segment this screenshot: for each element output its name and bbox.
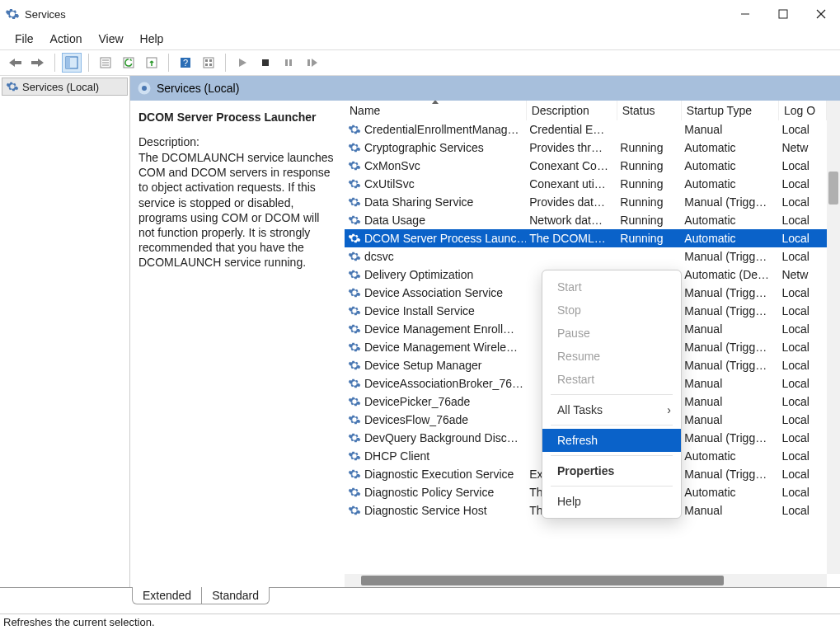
ctx-stop: Stop <box>542 299 681 322</box>
description-label: Description: <box>138 135 336 148</box>
table-row[interactable]: CxMonSvcConexant Co…RunningAutomaticLoca… <box>345 157 827 175</box>
cell-name: Data Sharing Service <box>364 195 473 209</box>
cell-logon: Local <box>778 411 826 429</box>
tree-item-label: Services (Local) <box>22 81 99 93</box>
cell-startup: Manual (Trigg… <box>681 356 778 374</box>
export-button[interactable] <box>142 53 162 73</box>
cell-name: Diagnostic Execution Service <box>364 468 514 481</box>
menu-help[interactable]: Help <box>132 30 172 48</box>
cell-status: Running <box>617 211 681 229</box>
gear-icon <box>348 268 361 281</box>
tab-standard[interactable]: Standard <box>201 587 270 604</box>
properties-button[interactable] <box>96 53 115 73</box>
gear-icon <box>348 195 361 209</box>
context-menu: Start Stop Pause Resume Restart All Task… <box>542 270 682 519</box>
tree-item-services-local[interactable]: Services (Local) <box>2 78 128 96</box>
cell-startup: Automatic (De… <box>681 266 778 284</box>
cell-startup: Automatic <box>681 139 778 157</box>
table-row[interactable]: Data UsageNetwork dat…RunningAutomaticLo… <box>345 211 827 229</box>
description-text: The DCOMLAUNCH service launches COM and … <box>138 150 336 270</box>
ctx-properties[interactable]: Properties <box>542 459 681 482</box>
cell-logon: Local <box>778 175 826 193</box>
cell-name: DCOM Server Process Launc… <box>364 232 526 245</box>
ctx-help[interactable]: Help <box>542 490 681 513</box>
gear-icon <box>348 304 361 317</box>
gear-icon <box>348 341 361 354</box>
cell-name: Device Management Enroll… <box>364 322 514 336</box>
cell-name: DevQuery Background Disc… <box>364 431 519 444</box>
refresh-button[interactable] <box>119 53 138 73</box>
pause-button[interactable] <box>279 53 298 73</box>
cell-startup: Automatic <box>681 211 778 229</box>
cell-logon: Local <box>778 429 826 447</box>
menu-file[interactable]: File <box>7 30 42 48</box>
cell-startup: Manual (Trigg… <box>681 284 778 302</box>
gear-icon <box>348 486 361 499</box>
cell-startup: Manual (Trigg… <box>681 465 778 483</box>
forward-button[interactable] <box>28 53 48 73</box>
svg-rect-17 <box>205 63 208 66</box>
cell-status: Running <box>617 139 681 157</box>
svg-rect-16 <box>209 59 212 62</box>
menu-view[interactable]: View <box>90 30 131 48</box>
cell-logon: Local <box>778 356 826 374</box>
gear-icon <box>348 214 361 227</box>
minimize-button[interactable] <box>726 0 764 28</box>
show-hide-tree-button[interactable] <box>62 53 82 73</box>
close-button[interactable] <box>802 0 840 28</box>
start-button[interactable] <box>232 53 252 73</box>
cell-startup: Automatic <box>681 483 778 501</box>
cell-name: Device Management Wirele… <box>364 341 518 354</box>
svg-rect-14 <box>204 58 214 68</box>
cell-status: Running <box>617 229 681 247</box>
col-status[interactable]: Status <box>617 101 681 120</box>
col-logon[interactable]: Log O <box>778 101 826 120</box>
table-row[interactable]: CredentialEnrollmentManag…Credential E…M… <box>345 120 827 139</box>
table-row[interactable]: dcsvcManual (Trigg…Local <box>345 247 827 266</box>
col-startup[interactable]: Startup Type <box>681 101 778 120</box>
cell-logon: Local <box>778 465 826 483</box>
cell-name: Delivery Optimization <box>364 268 473 281</box>
table-row[interactable]: Data Sharing ServiceProvides dat…Running… <box>345 193 827 211</box>
gear-icon <box>348 468 361 481</box>
cell-logon: Local <box>778 374 826 393</box>
table-row[interactable]: DCOM Server Process Launc…The DCOML…Runn… <box>345 229 827 247</box>
cell-status: Running <box>617 175 681 193</box>
tab-extended[interactable]: Extended <box>132 587 202 604</box>
back-button[interactable] <box>5 53 25 73</box>
horizontal-scrollbar[interactable] <box>345 574 827 587</box>
table-row[interactable]: Cryptographic ServicesProvides thr…Runni… <box>345 139 827 157</box>
ctx-refresh[interactable]: Refresh <box>542 429 681 452</box>
pane-title: Services (Local) <box>157 82 239 95</box>
col-description[interactable]: Description <box>526 101 617 120</box>
cell-logon: Local <box>778 302 826 320</box>
stop-button[interactable] <box>256 53 275 73</box>
table-row[interactable]: CxUtilSvcConexant uti…RunningAutomaticLo… <box>345 175 827 193</box>
gear-icon <box>348 232 361 245</box>
cell-startup: Manual (Trigg… <box>681 247 778 266</box>
cell-logon: Netw <box>778 139 826 157</box>
cell-logon: Local <box>778 120 826 139</box>
col-name[interactable]: Name <box>345 101 526 120</box>
cell-name: Cryptographic Services <box>364 141 484 154</box>
vertical-scrollbar[interactable] <box>827 101 840 574</box>
gear-icon <box>348 141 361 154</box>
gear-icon <box>348 286 361 299</box>
gear-icon <box>348 377 361 390</box>
cell-status: Running <box>617 157 681 175</box>
gear-icon <box>348 359 361 372</box>
cell-desc: Provides dat… <box>526 193 617 211</box>
cell-desc: Provides thr… <box>526 139 617 157</box>
maximize-button[interactable] <box>764 0 802 28</box>
cell-desc <box>526 247 617 266</box>
selected-service-title: DCOM Server Process Launcher <box>138 110 336 124</box>
restart-button[interactable] <box>302 53 321 73</box>
ctx-all-tasks[interactable]: All Tasks <box>542 398 681 421</box>
large-icons-button[interactable] <box>199 53 218 73</box>
ctx-start: Start <box>542 275 681 299</box>
menu-action[interactable]: Action <box>42 30 91 48</box>
help-button[interactable]: ? <box>176 53 195 73</box>
svg-rect-18 <box>209 63 212 66</box>
cell-logon: Local <box>778 193 826 211</box>
app-icon <box>5 7 20 21</box>
